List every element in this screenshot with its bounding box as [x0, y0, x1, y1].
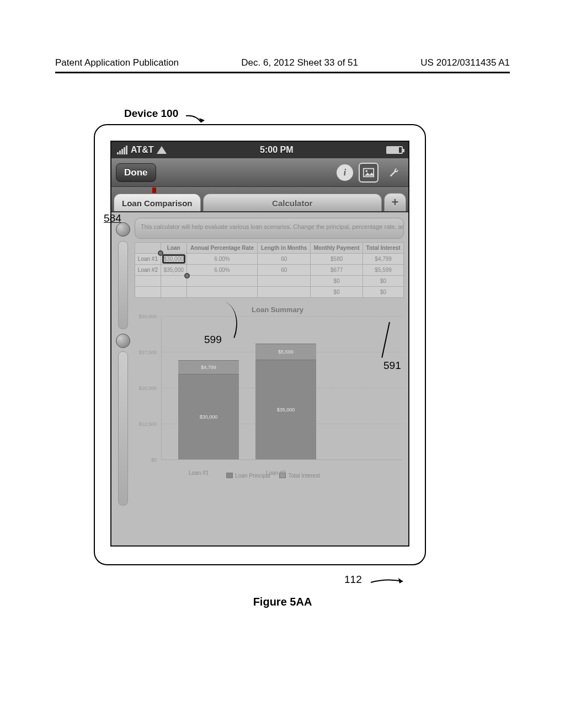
wrench-icon[interactable] — [384, 163, 404, 183]
y-tick: $50,000 — [135, 314, 157, 319]
cell-value[interactable]: $0 — [311, 276, 363, 287]
y-tick: $25,000 — [135, 386, 157, 391]
row-header-rail-2[interactable] — [118, 351, 128, 506]
cell-value[interactable]: $580 — [311, 254, 363, 265]
y-tick: $37,500 — [135, 350, 157, 355]
status-bar: AT&T 5:00 PM — [111, 142, 408, 158]
legend-swatch-interest-icon — [279, 473, 286, 478]
device-frame: AT&T 5:00 PM Done i Loan Comparison Calc… — [94, 124, 426, 565]
page-header: Patent Application Publication Dec. 6, 2… — [0, 57, 565, 68]
cell-value[interactable]: $0 — [311, 287, 363, 298]
bar-loan-2[interactable]: $35,000 $5,599 — [255, 344, 316, 459]
battery-icon — [386, 146, 403, 154]
selection-outline — [162, 254, 185, 264]
tab-calculator[interactable]: Calculator — [203, 194, 382, 211]
legend-label: Total Interest — [288, 473, 319, 479]
table-row[interactable]: Loan #1 $30,000 6.00% 60 $580 $4,799 — [135, 254, 404, 265]
col-loan: Loan — [161, 243, 186, 254]
bar-interest: $5,599 — [255, 344, 316, 360]
grid-line — [162, 316, 402, 317]
pub-center: Dec. 6, 2012 Sheet 33 of 51 — [241, 57, 358, 68]
signal-bars-icon — [117, 146, 127, 154]
clock-label: 5:00 PM — [260, 145, 293, 155]
bar-label: $4,799 — [201, 365, 216, 370]
selected-cell[interactable]: $30,000 — [161, 254, 186, 265]
y-tick: $0 — [135, 457, 157, 463]
cell-value[interactable] — [161, 276, 186, 287]
info-icon[interactable]: i — [337, 164, 353, 181]
table-row[interactable]: $0 $0 — [135, 287, 404, 298]
row-label: Loan #2 — [135, 265, 161, 276]
bar-label: $30,000 — [200, 414, 218, 420]
cell-value[interactable]: 60 — [258, 265, 311, 276]
cell-value[interactable]: $4,799 — [363, 254, 404, 265]
tab-add[interactable]: + — [384, 193, 406, 211]
cell-value[interactable]: $0 — [363, 287, 404, 298]
row-label — [135, 287, 161, 298]
callout-112-arrow — [370, 577, 408, 588]
table-row[interactable]: $0 $0 — [135, 276, 404, 287]
table-row[interactable]: Loan #2 $35,000 6.00% 60 $677 $5,599 — [135, 265, 404, 276]
cell-value[interactable]: 6.00% — [186, 265, 258, 276]
figure-caption: Figure 5AA — [0, 596, 565, 608]
cell-value: $35,000 — [164, 267, 184, 273]
chart-title: Loan Summary — [154, 306, 401, 314]
sheet-body: This calculator will help evaluate vario… — [111, 212, 408, 545]
bar-principal: $35,000 — [255, 360, 316, 459]
intro-textbox: This calculator will help evaluate vario… — [135, 218, 404, 239]
pub-right: US 2012/0311435 A1 — [420, 57, 510, 68]
col-apr: Annual Percentage Rate — [186, 243, 258, 254]
table-header-row: Loan Annual Percentage Rate Length in Mo… — [135, 243, 404, 254]
device-label: Device 100 — [124, 108, 178, 120]
nav-bar: Done i — [111, 158, 408, 187]
cell-value[interactable]: $677 — [311, 265, 363, 276]
cell-value[interactable]: $5,599 — [363, 265, 404, 276]
header-rule — [55, 72, 510, 73]
col-payment: Monthly Payment — [311, 243, 363, 254]
callout-112: 112 — [344, 574, 362, 586]
bar-principal: $30,000 — [178, 374, 239, 459]
cell-value[interactable] — [258, 276, 311, 287]
rail-chart-button[interactable] — [116, 334, 130, 348]
cell-value[interactable]: 6.00% — [186, 254, 258, 265]
col-interest: Total Interest — [363, 243, 404, 254]
y-axis: $0 $12,500 $25,000 $37,500 $50,000 — [135, 317, 159, 460]
bar-interest: $4,799 — [178, 360, 239, 374]
loan-table[interactable]: Loan Annual Percentage Rate Length in Mo… — [135, 242, 404, 298]
bar-label: $35,000 — [277, 407, 295, 413]
legend-swatch-principal-icon — [226, 473, 233, 478]
row-label: Loan #1 — [135, 254, 161, 265]
row-label — [135, 276, 161, 287]
svg-point-1 — [366, 170, 368, 172]
cell-value[interactable]: $0 — [363, 276, 404, 287]
bar-label: $5,599 — [278, 349, 294, 355]
close-tab-icon[interactable] — [152, 188, 156, 193]
callout-599: 599 — [204, 334, 222, 346]
y-tick: $12,500 — [135, 421, 157, 427]
cell-value[interactable] — [186, 276, 258, 287]
device-screen: AT&T 5:00 PM Done i Loan Comparison Calc… — [110, 141, 409, 547]
plot-area: $30,000 $4,799 $35,000 $5,599 — [161, 317, 402, 460]
cell-value[interactable] — [161, 287, 186, 298]
legend-label: Loan Principal — [235, 473, 270, 479]
callout-584: 584 — [104, 212, 121, 224]
callout-591: 591 — [383, 360, 401, 372]
row-header-rail[interactable] — [118, 241, 128, 329]
pub-left: Patent Application Publication — [55, 57, 179, 68]
cell-value[interactable] — [186, 287, 258, 298]
carrier-label: AT&T — [131, 145, 153, 155]
picture-icon[interactable] — [359, 163, 379, 183]
cell-value[interactable]: $35,000 — [161, 265, 186, 276]
chart-area[interactable]: Loan Summary $0 $12,500 $25,000 $37,500 … — [135, 303, 404, 479]
selection-handle-br[interactable] — [184, 273, 190, 279]
col-length: Length in Months — [258, 243, 311, 254]
done-button[interactable]: Done — [116, 163, 156, 182]
tab-loan-comparison[interactable]: Loan Comparison — [114, 194, 201, 211]
cell-value[interactable]: 60 — [258, 254, 311, 265]
bar-loan-1[interactable]: $30,000 $4,799 — [178, 360, 239, 459]
wifi-icon — [157, 146, 167, 154]
cell-value[interactable] — [258, 287, 311, 298]
chart-legend: Loan Principal Total Interest — [135, 473, 404, 479]
